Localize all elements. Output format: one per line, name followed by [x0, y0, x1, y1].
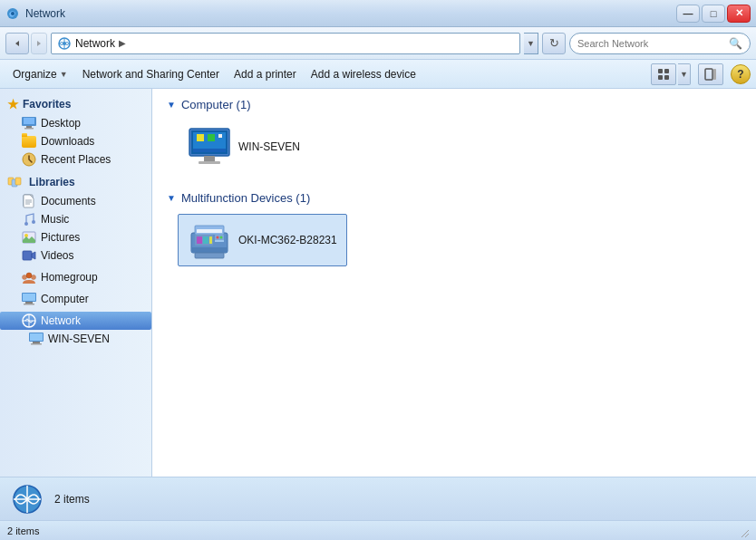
pictures-icon	[22, 230, 36, 245]
recent-places-icon	[22, 152, 36, 167]
sidebar: ★ Favorites Desktop Downloa	[0, 89, 152, 477]
section-header-multifunction: ▼ Multifunction Devices (1)	[167, 191, 741, 205]
svg-rect-32	[23, 294, 35, 301]
svg-point-57	[220, 236, 223, 239]
svg-rect-14	[24, 128, 34, 130]
organize-dropdown-icon: ▼	[60, 70, 68, 79]
refresh-button[interactable]: ↻	[542, 33, 566, 54]
svg-rect-50	[204, 156, 215, 161]
navigation-buttons	[5, 33, 47, 54]
sidebar-item-videos[interactable]: Videos	[0, 246, 151, 265]
search-box[interactable]: 🔍	[569, 33, 751, 54]
address-field[interactable]: Network ▶	[51, 33, 520, 54]
svg-rect-18	[15, 178, 21, 185]
svg-point-29	[23, 275, 27, 280]
window-controls: — □ ✕	[676, 5, 751, 23]
content-area: ▼ Computer (1)	[152, 89, 756, 477]
view-toggle-button[interactable]	[651, 63, 676, 85]
computer-item-label: WIN-SEVEN	[238, 140, 300, 153]
preview-pane-button[interactable]	[698, 63, 723, 85]
search-input[interactable]	[577, 38, 725, 49]
svg-rect-8	[664, 75, 669, 80]
computer-large-icon	[188, 127, 231, 167]
desktop-icon	[22, 116, 36, 130]
svg-rect-46	[193, 149, 226, 152]
documents-icon	[22, 194, 36, 208]
computer-small-icon	[29, 332, 44, 346]
network-sharing-center-button[interactable]: Network and Sharing Center	[75, 63, 227, 85]
music-icon	[22, 212, 36, 227]
svg-rect-10	[713, 69, 716, 80]
sidebar-section-libraries: Libraries Documents	[0, 172, 151, 265]
status-text: 2 items	[54, 493, 90, 506]
svg-rect-54	[197, 229, 222, 233]
favorites-star-icon: ★	[7, 97, 19, 111]
network-item-win-seven[interactable]: WIN-SEVEN	[178, 121, 310, 173]
videos-icon	[22, 248, 36, 263]
forward-button[interactable]	[31, 33, 47, 54]
svg-rect-58	[215, 240, 224, 242]
sidebar-item-computer[interactable]: Computer	[0, 290, 151, 308]
status-network-icon	[11, 483, 44, 516]
forward-icon	[34, 39, 44, 48]
organize-button[interactable]: Organize ▼	[5, 63, 75, 85]
sidebar-item-desktop[interactable]: Desktop	[0, 114, 151, 132]
homegroup-icon	[22, 270, 36, 284]
sidebar-item-network[interactable]: Network	[0, 312, 151, 330]
svg-rect-39	[30, 333, 43, 341]
title-bar-left: Network	[5, 6, 65, 21]
sidebar-item-documents[interactable]: Documents	[0, 192, 151, 210]
sidebar-item-recent-places[interactable]: Recent Places	[0, 150, 151, 169]
add-wireless-device-button[interactable]: Add a wireless device	[304, 63, 423, 85]
sidebar-favorites-header[interactable]: ★ Favorites	[0, 94, 151, 114]
address-dropdown-button[interactable]: ▼	[524, 33, 538, 54]
sidebar-item-downloads[interactable]: Downloads	[0, 132, 151, 150]
sidebar-libraries-header[interactable]: Libraries	[0, 172, 151, 192]
computer-icon	[22, 292, 36, 306]
svg-line-69	[745, 534, 749, 537]
content-section-computer: ▼ Computer (1)	[167, 98, 741, 173]
section-triangle-multifunction: ▼	[167, 193, 176, 203]
address-bar: Network ▶ ▼ ↻ 🔍	[0, 27, 756, 60]
back-button[interactable]	[5, 33, 29, 54]
svg-rect-47	[197, 134, 204, 141]
svg-line-68	[741, 530, 749, 537]
downloads-icon	[22, 134, 36, 149]
view-icon	[657, 68, 670, 81]
svg-rect-12	[24, 118, 34, 124]
computer-items-grid: WIN-SEVEN	[178, 121, 741, 173]
minimize-button[interactable]: —	[676, 5, 700, 23]
printer-large-icon	[188, 220, 231, 260]
sidebar-item-pictures[interactable]: Pictures	[0, 228, 151, 246]
svg-rect-33	[25, 302, 33, 304]
maximize-button[interactable]: □	[702, 5, 725, 23]
title-bar: Network — □ ✕	[0, 0, 756, 27]
sidebar-section-network: Network WIN-SEVEN	[0, 312, 151, 348]
svg-point-1	[11, 12, 15, 15]
svg-point-23	[24, 222, 28, 226]
help-button[interactable]: ?	[731, 64, 751, 84]
svg-point-24	[32, 220, 35, 224]
svg-rect-62	[197, 236, 202, 244]
svg-point-56	[217, 236, 219, 239]
search-icon[interactable]: 🔍	[729, 37, 742, 50]
printer-item-label: OKI-MC362-B28231	[238, 234, 337, 246]
bottom-bar: 2 items	[0, 520, 756, 540]
close-button[interactable]: ✕	[727, 5, 751, 23]
section-triangle-computer: ▼	[167, 100, 176, 110]
svg-rect-48	[208, 134, 215, 141]
sidebar-item-win-seven[interactable]: WIN-SEVEN	[0, 330, 151, 348]
add-printer-button[interactable]: Add a printer	[227, 63, 304, 85]
bottom-status-text: 2 items	[7, 526, 39, 536]
main-layout: ★ Favorites Desktop Downloa	[0, 89, 756, 477]
address-path: Network	[75, 37, 115, 50]
pane-icon	[704, 68, 717, 81]
svg-rect-59	[191, 247, 228, 253]
sidebar-item-music[interactable]: Music	[0, 210, 151, 228]
network-item-printer[interactable]: OKI-MC362-B28231	[178, 214, 347, 266]
sidebar-item-homegroup[interactable]: Homegroup	[0, 268, 151, 286]
svg-rect-27	[23, 251, 32, 260]
view-dropdown-button[interactable]: ▼	[678, 63, 691, 85]
status-bar: 2 items	[0, 477, 756, 520]
resize-handle[interactable]	[736, 525, 749, 537]
